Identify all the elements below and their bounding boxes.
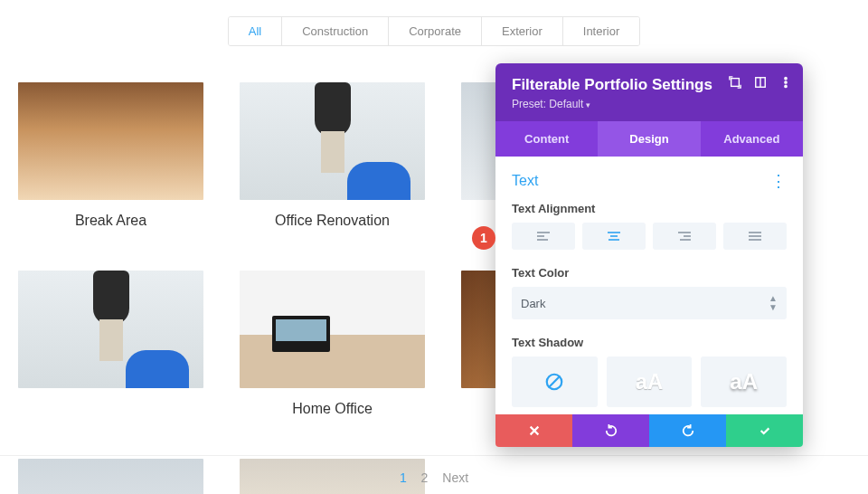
page-next[interactable]: Next xyxy=(442,470,468,485)
portfolio-card[interactable]: Home Office xyxy=(240,271,425,417)
filter-tabs: All Construction Corporate Exterior Inte… xyxy=(228,16,641,46)
portfolio-thumb xyxy=(240,82,425,200)
text-color-value: Dark xyxy=(521,297,545,310)
panel-action-bar xyxy=(495,414,803,447)
portfolio-thumb xyxy=(240,271,425,388)
align-left-button[interactable] xyxy=(512,223,575,250)
more-icon[interactable] xyxy=(779,76,792,91)
filter-tab-corporate[interactable]: Corporate xyxy=(389,17,482,45)
chevron-updown-icon: ▲▼ xyxy=(769,294,778,312)
label-text-alignment: Text Alignment xyxy=(512,202,787,215)
undo-button[interactable] xyxy=(572,414,649,447)
text-color-select[interactable]: Dark ▲▼ xyxy=(512,287,787,319)
shadow-option-2[interactable]: aA xyxy=(701,356,787,407)
label-text-color: Text Color xyxy=(512,266,787,280)
filter-tab-construction[interactable]: Construction xyxy=(282,17,389,45)
annotation-badge-1: 1 xyxy=(472,226,495,250)
filter-bar: All Construction Corporate Exterior Inte… xyxy=(0,16,868,46)
portfolio-thumb xyxy=(18,271,203,388)
svg-rect-0 xyxy=(731,79,740,87)
shadow-options: aA aA xyxy=(512,356,787,407)
settings-panel: Filterable Portfolio Settings Preset: De… xyxy=(495,63,803,447)
page-1[interactable]: 1 xyxy=(400,470,407,485)
portfolio-card[interactable]: Break Area xyxy=(18,82,203,229)
tab-advanced[interactable]: Advanced xyxy=(701,121,803,157)
save-button[interactable] xyxy=(726,414,803,447)
filter-tab-interior[interactable]: Interior xyxy=(563,17,639,45)
portfolio-caption: Break Area xyxy=(18,213,203,229)
section-title-text[interactable]: Text xyxy=(512,173,538,189)
panel-header: Filterable Portfolio Settings Preset: De… xyxy=(495,63,803,121)
page-2[interactable]: 2 xyxy=(421,470,429,485)
redo-button[interactable] xyxy=(649,414,726,447)
svg-point-3 xyxy=(785,77,787,79)
cancel-button[interactable] xyxy=(495,414,572,447)
portfolio-caption: Home Office xyxy=(240,401,425,417)
portfolio-card[interactable]: Office Renovation xyxy=(240,82,425,229)
align-center-button[interactable] xyxy=(582,223,646,250)
portfolio-thumb xyxy=(18,82,203,200)
tab-content[interactable]: Content xyxy=(495,121,598,157)
svg-point-5 xyxy=(785,85,787,87)
panel-body: Text ⋮ Text Alignment Text Color Dark ▲▼… xyxy=(495,157,803,414)
filter-tab-exterior[interactable]: Exterior xyxy=(482,17,563,45)
svg-line-19 xyxy=(549,376,561,388)
panel-preset[interactable]: Preset: Default xyxy=(512,98,787,110)
tab-design[interactable]: Design xyxy=(598,121,700,157)
label-text-shadow: Text Shadow xyxy=(512,336,787,349)
columns-icon[interactable] xyxy=(754,76,767,91)
portfolio-card[interactable] xyxy=(18,271,203,417)
pagination: 1 2 Next xyxy=(0,455,868,485)
alignment-buttons xyxy=(512,223,787,250)
expand-icon[interactable] xyxy=(729,76,741,91)
section-menu-icon[interactable]: ⋮ xyxy=(770,176,787,185)
shadow-option-1[interactable]: aA xyxy=(607,356,693,407)
svg-point-4 xyxy=(785,81,787,83)
align-right-button[interactable] xyxy=(653,223,716,250)
panel-tabs: Content Design Advanced xyxy=(495,121,803,157)
align-justify-button[interactable] xyxy=(723,223,787,250)
portfolio-caption: Office Renovation xyxy=(240,213,425,229)
shadow-none-button[interactable] xyxy=(512,356,598,407)
filter-tab-all[interactable]: All xyxy=(229,17,282,45)
